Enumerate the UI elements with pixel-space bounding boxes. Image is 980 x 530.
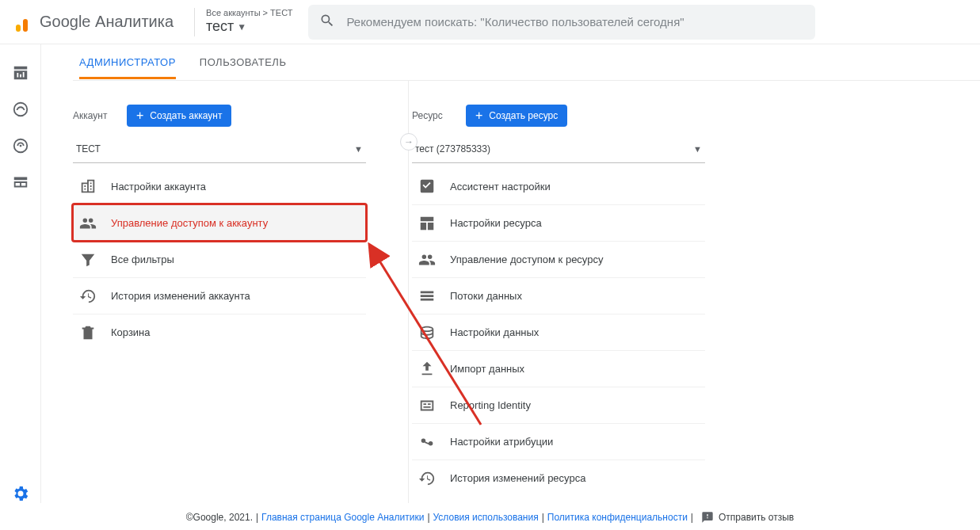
collapse-knob[interactable]: → [400, 133, 418, 151]
search-placeholder: Рекомендуем поискать: "Количество пользо… [346, 15, 684, 29]
tab-admin[interactable]: АДМИНИСТРАТОР [79, 45, 176, 79]
id-icon [418, 397, 436, 414]
header-divider [194, 8, 195, 36]
menu-item-label: Корзина [111, 326, 151, 338]
menu-item-label: Настройки данных [450, 326, 539, 338]
chevron-down-icon: ▼ [237, 21, 246, 32]
trash-icon [79, 324, 97, 341]
svg-point-0 [19, 145, 21, 147]
database-icon [418, 324, 436, 341]
feedback-icon [701, 511, 714, 524]
create-resource-label: Создать ресурс [489, 110, 558, 121]
account-history[interactable]: История изменений аккаунта [73, 277, 366, 314]
search-wrap: Рекомендуем поискать: "Количество пользо… [308, 5, 815, 40]
footer-link-privacy[interactable]: Политика конфиденциальности [547, 512, 688, 523]
create-resource-button[interactable]: + Создать ресурс [466, 105, 567, 127]
streams-icon [418, 288, 436, 305]
footer-link-terms[interactable]: Условия использования [433, 512, 539, 523]
filter-icon [79, 251, 97, 269]
chevron-down-icon: ▼ [693, 144, 702, 154]
data-streams[interactable]: Потоки данных [412, 277, 705, 314]
resource-select[interactable]: тест (273785333) ▼ [412, 135, 705, 163]
menu-item-label: Настройки атрибуции [450, 436, 553, 448]
resource-history[interactable]: История изменений ресурса [412, 459, 705, 496]
analytics-logo-icon [16, 13, 35, 32]
copyright: ©Google, 2021. [186, 512, 253, 523]
reports-icon[interactable] [11, 63, 30, 82]
menu-item-label: Ассистент настройки [450, 181, 551, 193]
chevron-down-icon: ▼ [354, 144, 363, 154]
account-access-management[interactable]: Управление доступом к аккаунту [73, 204, 366, 241]
footer-link-main[interactable]: Главная страница Google Аналитики [261, 512, 424, 523]
account-column: Аккаунт + Создать аккаунт ТЕСТ ▼ Настрой… [73, 105, 366, 496]
search-icon [319, 13, 335, 32]
account-select[interactable]: ТЕСТ ▼ [73, 135, 366, 163]
tabs: АДМИНИСТРАТОР ПОЛЬЗОВАТЕЛЬ [73, 44, 980, 81]
history-icon [418, 470, 436, 487]
resource-access-management[interactable]: Управление доступом к ресурсу [412, 241, 705, 277]
account-label: Аккаунт [73, 110, 112, 121]
resource-menu: Ассистент настройки Настройки ресурса Уп… [412, 168, 705, 496]
all-filters[interactable]: Все фильтры [73, 241, 366, 277]
account-menu: Настройки аккаунта Управление доступом к… [73, 168, 366, 350]
resource-select-value: тест (273785333) [415, 143, 490, 154]
left-rail [0, 44, 41, 503]
create-account-label: Создать аккаунт [150, 110, 222, 121]
people-icon [79, 215, 97, 232]
data-import[interactable]: Импорт данных [412, 350, 705, 387]
explore-icon[interactable] [11, 136, 30, 155]
product-name: Google Аналитика [40, 13, 174, 31]
breadcrumb[interactable]: Все аккаунты > ТЕСТ тест ▼ [206, 8, 292, 36]
menu-item-label: Reporting Identity [450, 399, 531, 411]
breadcrumb-main-label: тест [206, 18, 234, 36]
resource-label: Ресурс [412, 110, 452, 121]
attribution-settings[interactable]: Настройки атрибуции [412, 423, 705, 459]
menu-item-label: Настройки ресурса [450, 217, 542, 229]
search-input[interactable]: Рекомендуем поискать: "Количество пользо… [308, 5, 815, 40]
account-settings[interactable]: Настройки аккаунта [73, 168, 366, 204]
send-feedback[interactable]: Отправить отзыв [701, 511, 794, 524]
menu-item-label: Настройки аккаунта [111, 181, 206, 193]
history-icon [79, 288, 97, 305]
realtime-icon[interactable] [11, 100, 30, 119]
plus-icon: + [475, 109, 482, 122]
menu-item-label: Потоки данных [450, 290, 522, 302]
table-icon[interactable] [11, 173, 30, 192]
menu-item-label: История изменений аккаунта [111, 290, 250, 302]
attribution-icon [418, 433, 436, 451]
tab-user[interactable]: ПОЛЬЗОВАТЕЛЬ [200, 45, 287, 79]
trash[interactable]: Корзина [73, 314, 366, 350]
building-icon [79, 177, 97, 195]
admin-columns: → Аккаунт + Создать аккаунт ТЕСТ ▼ Настр… [73, 81, 980, 496]
reporting-identity[interactable]: Reporting Identity [412, 387, 705, 423]
breadcrumb-main[interactable]: тест ▼ [206, 18, 292, 36]
people-icon [418, 251, 436, 269]
resource-settings[interactable]: Настройки ресурса [412, 204, 705, 241]
create-account-button[interactable]: + Создать аккаунт [127, 105, 231, 127]
logo[interactable]: Google Аналитика [6, 13, 183, 32]
data-settings[interactable]: Настройки данных [412, 314, 705, 350]
plus-icon: + [136, 109, 143, 122]
menu-item-label: Импорт данных [450, 363, 524, 375]
menu-item-label: Все фильтры [111, 254, 174, 265]
main: АДМИНИСТРАТОР ПОЛЬЗОВАТЕЛЬ → Аккаунт + С… [41, 44, 980, 503]
breadcrumb-top: Все аккаунты > ТЕСТ [206, 8, 292, 18]
layout-icon [418, 215, 436, 232]
checklist-icon [418, 177, 436, 195]
menu-item-label: История изменений ресурса [450, 472, 585, 484]
menu-item-label: Управление доступом к аккаунту [111, 217, 268, 229]
feedback-label: Отправить отзыв [719, 512, 794, 523]
gear-icon[interactable] [11, 484, 30, 503]
footer: ©Google, 2021. | Главная страница Google… [0, 503, 980, 530]
resource-column: Ресурс + Создать ресурс тест (273785333)… [412, 105, 705, 496]
menu-item-label: Управление доступом к ресурсу [450, 254, 603, 265]
account-select-value: ТЕСТ [76, 143, 101, 154]
upload-icon [418, 360, 436, 378]
top-header: Google Аналитика Все аккаунты > ТЕСТ тес… [0, 0, 980, 44]
setup-assistant[interactable]: Ассистент настройки [412, 168, 705, 204]
